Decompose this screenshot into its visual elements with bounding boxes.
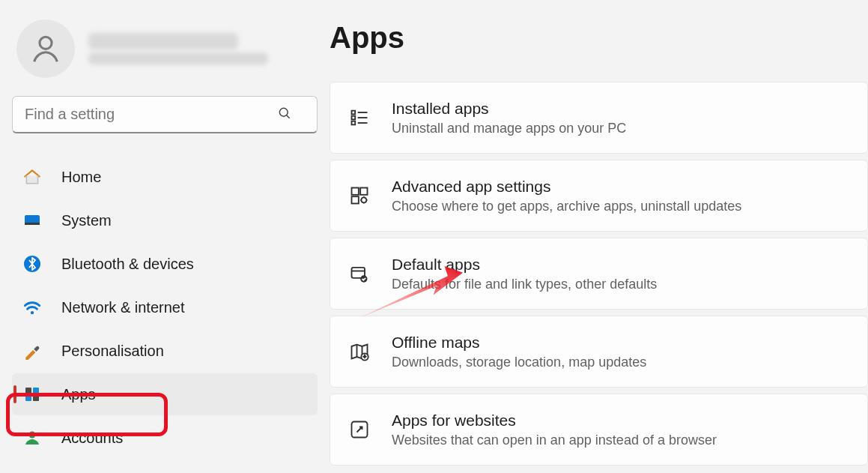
- sidebar-item-label: Apps: [61, 386, 96, 403]
- sidebar-item-network[interactable]: Network & internet: [12, 286, 318, 328]
- sidebar-item-accounts[interactable]: Accounts: [12, 417, 318, 459]
- svg-rect-6: [25, 388, 31, 394]
- card-title: Default apps: [392, 256, 657, 274]
- sidebar-item-bluetooth[interactable]: Bluetooth & devices: [12, 243, 318, 285]
- account-name-redacted: [88, 33, 238, 49]
- svg-rect-12: [352, 111, 356, 115]
- svg-point-5: [31, 311, 34, 314]
- main-content: Apps Installed apps Uninstall and manage…: [330, 0, 868, 473]
- offline-maps-icon: [348, 340, 371, 363]
- search-box[interactable]: [12, 96, 318, 133]
- card-desc: Websites that can open in an app instead…: [392, 433, 717, 448]
- sidebar-item-system[interactable]: System: [12, 199, 318, 241]
- card-installed-apps[interactable]: Installed apps Uninstall and manage apps…: [330, 82, 868, 154]
- search-icon: [277, 106, 292, 124]
- sidebar-nav: Home System Bluetooth & devices: [12, 156, 318, 459]
- installed-apps-icon: [348, 106, 371, 129]
- sidebar-item-apps[interactable]: Apps: [12, 373, 318, 415]
- default-apps-icon: [348, 262, 371, 285]
- svg-rect-16: [360, 188, 367, 195]
- svg-rect-17: [352, 196, 359, 203]
- card-apps-for-websites[interactable]: Apps for websites Websites that can open…: [330, 394, 868, 466]
- avatar: [16, 19, 75, 78]
- svg-rect-15: [352, 188, 359, 195]
- accounts-icon: [22, 428, 42, 448]
- account-email-redacted: [88, 52, 268, 64]
- card-title: Installed apps: [392, 100, 626, 118]
- search-input[interactable]: [12, 96, 318, 133]
- svg-point-10: [29, 432, 36, 439]
- card-title: Advanced app settings: [392, 178, 741, 196]
- sidebar-item-home[interactable]: Home: [12, 156, 318, 198]
- svg-rect-14: [352, 121, 356, 125]
- bluetooth-icon: [22, 254, 42, 274]
- sidebar-item-label: Accounts: [61, 430, 123, 447]
- card-desc: Choose where to get apps, archive apps, …: [392, 199, 741, 214]
- sidebar-item-label: Home: [61, 169, 101, 186]
- card-default-apps[interactable]: Default apps Defaults for file and link …: [330, 238, 868, 310]
- account-text: [88, 33, 268, 64]
- system-icon: [22, 211, 42, 230]
- page-title: Apps: [330, 21, 868, 55]
- sidebar-item-personalisation[interactable]: Personalisation: [12, 330, 318, 372]
- svg-point-1: [279, 108, 288, 116]
- svg-point-0: [40, 37, 52, 49]
- personalisation-icon: [22, 341, 42, 361]
- svg-rect-8: [25, 395, 31, 401]
- sidebar-item-label: Personalisation: [61, 343, 164, 360]
- sidebar-item-label: System: [61, 212, 112, 229]
- svg-rect-3: [25, 223, 40, 225]
- apps-for-websites-icon: [348, 418, 371, 441]
- settings-sidebar: Home System Bluetooth & devices: [0, 0, 330, 473]
- selection-accent: [13, 385, 16, 403]
- card-title: Offline maps: [392, 334, 646, 352]
- card-title: Apps for websites: [392, 412, 717, 430]
- card-offline-maps[interactable]: Offline maps Downloads, storage location…: [330, 316, 868, 388]
- svg-rect-13: [352, 116, 356, 120]
- apps-icon: [22, 385, 42, 404]
- sidebar-item-label: Bluetooth & devices: [61, 256, 194, 273]
- sidebar-item-label: Network & internet: [61, 299, 185, 316]
- svg-rect-7: [33, 388, 39, 394]
- card-desc: Uninstall and manage apps on your PC: [392, 121, 626, 136]
- settings-list: Installed apps Uninstall and manage apps…: [330, 82, 868, 466]
- home-icon: [22, 167, 42, 187]
- network-icon: [22, 298, 42, 317]
- card-desc: Downloads, storage location, map updates: [392, 355, 646, 370]
- advanced-settings-icon: [348, 184, 371, 207]
- account-header[interactable]: [12, 15, 318, 96]
- card-advanced-app-settings[interactable]: Advanced app settings Choose where to ge…: [330, 160, 868, 232]
- svg-rect-9: [33, 395, 39, 401]
- card-desc: Defaults for file and link types, other …: [392, 277, 657, 292]
